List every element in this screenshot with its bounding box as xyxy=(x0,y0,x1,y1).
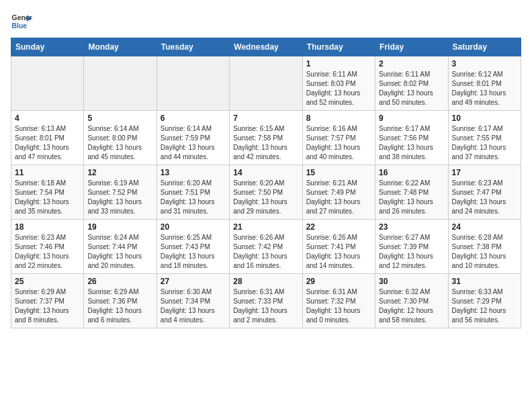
calendar-week-5: 25Sunrise: 6:29 AM Sunset: 7:37 PM Dayli… xyxy=(11,274,521,328)
day-info: Sunrise: 6:14 AM Sunset: 7:59 PM Dayligh… xyxy=(161,124,226,162)
day-number: 9 xyxy=(379,113,444,123)
day-number: 15 xyxy=(306,168,371,177)
calendar-cell: 21Sunrise: 6:26 AM Sunset: 7:42 PM Dayli… xyxy=(230,220,302,274)
day-number: 23 xyxy=(379,222,444,232)
calendar-cell: 15Sunrise: 6:21 AM Sunset: 7:49 PM Dayli… xyxy=(302,165,375,220)
weekday-header-saturday: Saturday xyxy=(448,38,521,56)
day-number: 7 xyxy=(233,113,298,123)
day-number: 14 xyxy=(233,168,298,177)
calendar-cell: 24Sunrise: 6:28 AM Sunset: 7:38 PM Dayli… xyxy=(448,220,521,274)
day-number: 24 xyxy=(452,222,517,232)
calendar-week-4: 18Sunrise: 6:23 AM Sunset: 7:46 PM Dayli… xyxy=(11,220,521,274)
weekday-header-thursday: Thursday xyxy=(302,38,375,56)
day-info: Sunrise: 6:27 AM Sunset: 7:39 PM Dayligh… xyxy=(379,233,444,271)
day-number: 3 xyxy=(452,59,517,68)
calendar-cell: 9Sunrise: 6:17 AM Sunset: 7:56 PM Daylig… xyxy=(375,111,448,165)
day-info: Sunrise: 6:29 AM Sunset: 7:36 PM Dayligh… xyxy=(87,287,152,325)
day-number: 11 xyxy=(15,168,80,177)
calendar-cell: 12Sunrise: 6:19 AM Sunset: 7:52 PM Dayli… xyxy=(84,165,157,220)
day-number: 20 xyxy=(161,222,226,232)
day-info: Sunrise: 6:24 AM Sunset: 7:44 PM Dayligh… xyxy=(87,233,152,271)
day-info: Sunrise: 6:29 AM Sunset: 7:37 PM Dayligh… xyxy=(15,287,80,325)
day-number: 1 xyxy=(306,59,371,68)
day-info: Sunrise: 6:32 AM Sunset: 7:30 PM Dayligh… xyxy=(379,287,444,325)
day-number: 13 xyxy=(161,168,226,177)
day-info: Sunrise: 6:13 AM Sunset: 8:01 PM Dayligh… xyxy=(15,124,80,162)
day-number: 28 xyxy=(233,277,298,286)
day-info: Sunrise: 6:11 AM Sunset: 8:03 PM Dayligh… xyxy=(306,70,371,107)
calendar-table: SundayMondayTuesdayWednesdayThursdayFrid… xyxy=(11,38,521,328)
calendar-cell: 28Sunrise: 6:31 AM Sunset: 7:33 PM Dayli… xyxy=(230,274,302,328)
day-number: 10 xyxy=(452,113,517,123)
calendar-cell: 5Sunrise: 6:14 AM Sunset: 8:00 PM Daylig… xyxy=(84,111,157,165)
calendar-cell: 8Sunrise: 6:16 AM Sunset: 7:57 PM Daylig… xyxy=(302,111,375,165)
calendar-cell xyxy=(84,56,157,111)
calendar-body: 1Sunrise: 6:11 AM Sunset: 8:03 PM Daylig… xyxy=(11,56,521,328)
weekday-header-row: SundayMondayTuesdayWednesdayThursdayFrid… xyxy=(11,38,521,56)
day-info: Sunrise: 6:25 AM Sunset: 7:43 PM Dayligh… xyxy=(161,233,226,271)
day-info: Sunrise: 6:19 AM Sunset: 7:52 PM Dayligh… xyxy=(87,179,152,216)
calendar-cell: 25Sunrise: 6:29 AM Sunset: 7:37 PM Dayli… xyxy=(11,274,84,328)
day-number: 2 xyxy=(379,59,444,68)
day-info: Sunrise: 6:21 AM Sunset: 7:49 PM Dayligh… xyxy=(306,179,371,216)
day-info: Sunrise: 6:22 AM Sunset: 7:48 PM Dayligh… xyxy=(379,179,444,216)
day-info: Sunrise: 6:33 AM Sunset: 7:29 PM Dayligh… xyxy=(452,287,517,325)
day-number: 31 xyxy=(452,277,517,286)
day-info: Sunrise: 6:14 AM Sunset: 8:00 PM Dayligh… xyxy=(87,124,152,162)
calendar-cell: 20Sunrise: 6:25 AM Sunset: 7:43 PM Dayli… xyxy=(157,220,229,274)
calendar-week-1: 1Sunrise: 6:11 AM Sunset: 8:03 PM Daylig… xyxy=(11,56,521,111)
day-number: 5 xyxy=(87,113,152,123)
day-number: 25 xyxy=(15,277,80,286)
calendar-week-3: 11Sunrise: 6:18 AM Sunset: 7:54 PM Dayli… xyxy=(11,165,521,220)
calendar-cell: 13Sunrise: 6:20 AM Sunset: 7:51 PM Dayli… xyxy=(157,165,229,220)
day-info: Sunrise: 6:18 AM Sunset: 7:54 PM Dayligh… xyxy=(15,179,80,216)
calendar-cell: 2Sunrise: 6:11 AM Sunset: 8:02 PM Daylig… xyxy=(375,56,448,111)
day-info: Sunrise: 6:15 AM Sunset: 7:58 PM Dayligh… xyxy=(233,124,298,162)
day-number: 29 xyxy=(306,277,371,286)
calendar-cell: 18Sunrise: 6:23 AM Sunset: 7:46 PM Dayli… xyxy=(11,220,84,274)
day-info: Sunrise: 6:12 AM Sunset: 8:01 PM Dayligh… xyxy=(452,70,517,107)
weekday-header-tuesday: Tuesday xyxy=(157,38,229,56)
day-number: 17 xyxy=(452,168,517,177)
day-info: Sunrise: 6:26 AM Sunset: 7:41 PM Dayligh… xyxy=(306,233,371,271)
weekday-header-wednesday: Wednesday xyxy=(230,38,302,56)
calendar-cell: 26Sunrise: 6:29 AM Sunset: 7:36 PM Dayli… xyxy=(84,274,157,328)
calendar-cell: 6Sunrise: 6:14 AM Sunset: 7:59 PM Daylig… xyxy=(157,111,229,165)
calendar-cell: 27Sunrise: 6:30 AM Sunset: 7:34 PM Dayli… xyxy=(157,274,229,328)
day-info: Sunrise: 6:31 AM Sunset: 7:33 PM Dayligh… xyxy=(233,287,298,325)
logo: General Blue xyxy=(11,11,32,32)
calendar-cell: 4Sunrise: 6:13 AM Sunset: 8:01 PM Daylig… xyxy=(11,111,84,165)
day-info: Sunrise: 6:16 AM Sunset: 7:57 PM Dayligh… xyxy=(306,124,371,162)
day-number: 30 xyxy=(379,277,444,286)
calendar-week-2: 4Sunrise: 6:13 AM Sunset: 8:01 PM Daylig… xyxy=(11,111,521,165)
calendar-cell xyxy=(157,56,229,111)
day-info: Sunrise: 6:31 AM Sunset: 7:32 PM Dayligh… xyxy=(306,287,371,325)
calendar-cell xyxy=(230,56,302,111)
calendar-cell: 7Sunrise: 6:15 AM Sunset: 7:58 PM Daylig… xyxy=(230,111,302,165)
calendar-cell: 16Sunrise: 6:22 AM Sunset: 7:48 PM Dayli… xyxy=(375,165,448,220)
day-number: 8 xyxy=(306,113,371,123)
weekday-header-friday: Friday xyxy=(375,38,448,56)
day-info: Sunrise: 6:17 AM Sunset: 7:56 PM Dayligh… xyxy=(379,124,444,162)
day-number: 4 xyxy=(15,113,80,123)
day-info: Sunrise: 6:23 AM Sunset: 7:47 PM Dayligh… xyxy=(452,179,517,216)
svg-text:Blue: Blue xyxy=(12,22,28,30)
day-info: Sunrise: 6:11 AM Sunset: 8:02 PM Dayligh… xyxy=(379,70,444,107)
calendar-cell: 30Sunrise: 6:32 AM Sunset: 7:30 PM Dayli… xyxy=(375,274,448,328)
day-number: 27 xyxy=(161,277,226,286)
calendar-cell: 31Sunrise: 6:33 AM Sunset: 7:29 PM Dayli… xyxy=(448,274,521,328)
calendar-cell: 1Sunrise: 6:11 AM Sunset: 8:03 PM Daylig… xyxy=(302,56,375,111)
day-info: Sunrise: 6:28 AM Sunset: 7:38 PM Dayligh… xyxy=(452,233,517,271)
weekday-header-sunday: Sunday xyxy=(11,38,84,56)
day-info: Sunrise: 6:17 AM Sunset: 7:55 PM Dayligh… xyxy=(452,124,517,162)
day-number: 19 xyxy=(87,222,152,232)
calendar-cell: 10Sunrise: 6:17 AM Sunset: 7:55 PM Dayli… xyxy=(448,111,521,165)
day-info: Sunrise: 6:30 AM Sunset: 7:34 PM Dayligh… xyxy=(161,287,226,325)
day-number: 12 xyxy=(87,168,152,177)
calendar-cell: 29Sunrise: 6:31 AM Sunset: 7:32 PM Dayli… xyxy=(302,274,375,328)
day-number: 16 xyxy=(379,168,444,177)
calendar-cell: 17Sunrise: 6:23 AM Sunset: 7:47 PM Dayli… xyxy=(448,165,521,220)
calendar-cell: 22Sunrise: 6:26 AM Sunset: 7:41 PM Dayli… xyxy=(302,220,375,274)
day-info: Sunrise: 6:26 AM Sunset: 7:42 PM Dayligh… xyxy=(233,233,298,271)
day-number: 26 xyxy=(87,277,152,286)
